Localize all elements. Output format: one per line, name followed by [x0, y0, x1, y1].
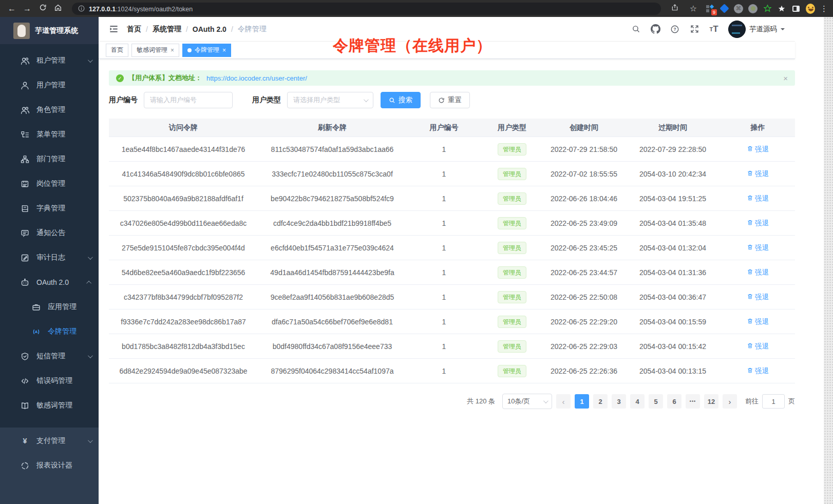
- bookmark-star-icon[interactable]: ☆: [687, 4, 700, 13]
- user-type-select[interactable]: 请选择用户类型: [287, 92, 373, 108]
- page-button-12[interactable]: 12: [704, 394, 718, 409]
- url-bar[interactable]: 127.0.0.1:1024/system/oauth2/token: [72, 3, 661, 15]
- force-logout-button[interactable]: 强退: [747, 317, 769, 326]
- force-logout-button[interactable]: 强退: [747, 169, 769, 179]
- goto-page-input[interactable]: 1: [762, 394, 785, 409]
- column-header-访问令牌: 访问令牌: [109, 123, 258, 132]
- sidebar-item-岗位管理[interactable]: 岗位管理: [0, 171, 99, 196]
- record-extension-icon[interactable]: [748, 4, 758, 13]
- access-token-cell: 502375b8040a469a9b82188afdf6af1f: [109, 195, 258, 203]
- home-icon[interactable]: [51, 4, 65, 14]
- column-header-刷新令牌: 刷新令牌: [258, 123, 407, 132]
- force-logout-button[interactable]: 强退: [747, 219, 769, 228]
- reset-button[interactable]: 重置: [430, 92, 470, 108]
- force-logout-button[interactable]: 强退: [747, 145, 769, 154]
- chevron-down-icon: [781, 28, 785, 32]
- breadcrumb-item[interactable]: 首页: [127, 25, 141, 34]
- sidebar-item-通知公告[interactable]: 通知公告: [0, 221, 99, 245]
- action-cell: 强退: [721, 268, 795, 277]
- alert-doc-link[interactable]: https://doc.iocoder.cn/user-center/: [206, 74, 307, 82]
- sidebar-item-应用管理[interactable]: 应用管理: [0, 295, 99, 319]
- created-time-cell: 2022-06-25 23:45:25: [543, 244, 625, 252]
- tab-close-icon[interactable]: ×: [171, 47, 174, 54]
- column-header-用户编号: 用户编号: [407, 123, 481, 132]
- table-row: 275e5de9151045fe87cbdc395e004f4de6cfd40e…: [109, 236, 795, 260]
- svg-text:¥: ¥: [23, 437, 27, 445]
- back-icon[interactable]: ←: [5, 4, 18, 13]
- sidebar-item-租户管理[interactable]: 租户管理: [0, 48, 99, 73]
- tab-首页[interactable]: 首页: [106, 44, 128, 57]
- user-id-input[interactable]: 请输入用户编号: [144, 92, 233, 108]
- sidebar-item-用户管理[interactable]: 用户管理: [0, 73, 99, 98]
- svg-text:?: ?: [673, 27, 676, 32]
- font-size-icon[interactable]: TT: [709, 24, 719, 34]
- sidebar-item-字典管理[interactable]: 字典管理: [0, 196, 99, 221]
- page-size-select[interactable]: 10条/页: [502, 394, 552, 409]
- sidebar-fold-icon[interactable]: [109, 24, 119, 34]
- help-icon[interactable]: ?: [670, 24, 680, 34]
- action-cell: 强退: [721, 317, 795, 326]
- force-logout-button[interactable]: 强退: [747, 268, 769, 277]
- sidebar-item-支付管理[interactable]: ¥支付管理: [0, 429, 99, 453]
- page-button-4[interactable]: 4: [630, 394, 645, 409]
- sidebar-item-部门管理[interactable]: 部门管理: [0, 147, 99, 171]
- page-button-2[interactable]: 2: [593, 394, 608, 409]
- force-logout-button[interactable]: 强退: [747, 366, 769, 376]
- sidebar-item-错误码管理[interactable]: 错误码管理: [0, 369, 99, 393]
- success-check-icon: ✓: [116, 74, 124, 82]
- github-icon[interactable]: [650, 24, 660, 34]
- green-star-extension-icon[interactable]: [763, 4, 772, 13]
- pager-more-button[interactable]: •••: [686, 394, 700, 409]
- sidebar-item-菜单管理[interactable]: 菜单管理: [0, 122, 99, 147]
- fullscreen-icon[interactable]: [689, 24, 699, 34]
- tab-敏感词管理[interactable]: 敏感词管理×: [131, 44, 179, 57]
- sidebar-item-报表设计器[interactable]: 报表设计器: [0, 453, 99, 478]
- extension-blocks-icon[interactable]: 9: [705, 4, 714, 13]
- user-menu[interactable]: 芋道源码: [728, 21, 785, 38]
- access-token-cell: c347026e805e4d99b0d116eae66eda8c: [109, 219, 258, 227]
- split-view-icon[interactable]: [791, 4, 801, 13]
- sidebar-item-label: OAuth 2.0: [36, 278, 81, 286]
- force-logout-button[interactable]: 强退: [747, 194, 769, 203]
- force-logout-button[interactable]: 强退: [747, 342, 769, 351]
- force-logout-button[interactable]: 强退: [747, 243, 769, 253]
- tab-close-icon[interactable]: ×: [222, 47, 226, 54]
- gem-extension-icon[interactable]: [720, 4, 729, 13]
- sidebar-item-OAuth 2.0[interactable]: OAuth 2.0: [0, 270, 99, 295]
- page-button-5[interactable]: 5: [649, 394, 663, 409]
- alert-close-icon[interactable]: ×: [783, 74, 788, 83]
- error-code-icon: [21, 377, 29, 385]
- page-suffix-label: 页: [788, 397, 795, 406]
- pin-extension-icon[interactable]: [777, 4, 786, 13]
- tab-令牌管理[interactable]: 令牌管理×: [182, 44, 231, 57]
- sidebar-item-敏感词管理[interactable]: 敏感词管理: [0, 393, 99, 418]
- page-button-3[interactable]: 3: [612, 394, 626, 409]
- sidebar-item-角色管理[interactable]: 角色管理: [0, 98, 99, 122]
- sidebar-item-审计日志[interactable]: 审计日志: [0, 245, 99, 270]
- command-extension-icon[interactable]: ⌘: [734, 4, 743, 13]
- reload-icon[interactable]: [36, 4, 49, 13]
- profile-emoji-icon[interactable]: [806, 4, 815, 13]
- force-logout-button[interactable]: 强退: [747, 293, 769, 302]
- page-content: 令牌管理（在线用户） ✓ 【用户体系】文档地址： https://doc.ioc…: [99, 59, 795, 504]
- prev-page-button[interactable]: ‹: [556, 394, 571, 409]
- search-icon[interactable]: [631, 24, 641, 34]
- refresh-token-cell: 9ce8ef2aa9f14056b831ae9b608e28d5: [258, 293, 407, 301]
- desktop-edge: [824, 17, 833, 504]
- sidebar-item-令牌管理[interactable]: A令牌管理: [0, 319, 99, 344]
- breadcrumb: 首页/系统管理/OAuth 2.0/令牌管理: [127, 25, 267, 34]
- user-id-cell: 1: [407, 195, 481, 203]
- breadcrumb-item[interactable]: 系统管理: [153, 25, 181, 34]
- column-header-创建时间: 创建时间: [543, 123, 625, 132]
- search-button[interactable]: 搜索: [381, 92, 421, 108]
- next-page-button[interactable]: ›: [723, 394, 737, 409]
- share-icon[interactable]: [668, 4, 681, 13]
- page-button-6[interactable]: 6: [667, 394, 681, 409]
- forward-icon[interactable]: →: [21, 4, 34, 13]
- chrome-menu-icon[interactable]: ⋮: [820, 4, 828, 13]
- sidebar-item-短信管理[interactable]: 短信管理: [0, 344, 99, 369]
- page-info-icon[interactable]: [78, 5, 85, 12]
- sidebar-logo[interactable]: 芋道管理系统: [0, 17, 99, 44]
- page-button-1[interactable]: 1: [575, 394, 589, 409]
- breadcrumb-item[interactable]: OAuth 2.0: [193, 25, 226, 33]
